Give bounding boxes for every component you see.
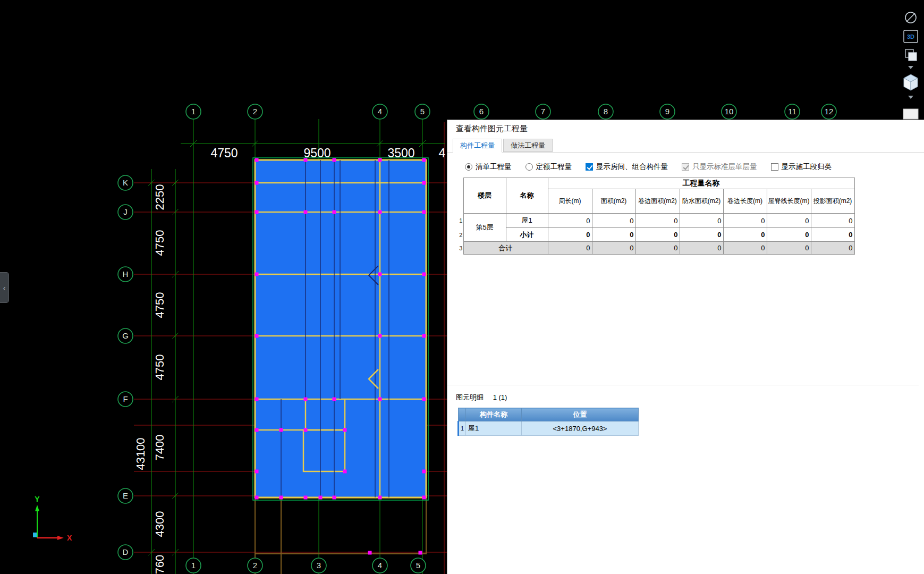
- column-header-floor: 楼层: [463, 178, 506, 214]
- checkbox-standard-layer[interactable]: 只显示标准层单层量: [682, 162, 757, 172]
- column-header-curl-area: 卷边面积(m2): [635, 189, 680, 214]
- detail-cell-position[interactable]: <3+1870,G+943>: [522, 421, 639, 436]
- axis-label: K: [123, 178, 128, 187]
- column-header-name: 名称: [506, 178, 548, 214]
- radio-quota-quantity[interactable]: 定额工程量: [525, 162, 572, 172]
- axis-label: D: [123, 547, 129, 556]
- dimension-label: 9500: [303, 146, 330, 160]
- cell-value[interactable]: 0: [635, 228, 680, 242]
- cell-value[interactable]: 0: [680, 214, 723, 228]
- axis-label: 3: [317, 561, 321, 570]
- table-row: 1 第5层 屋1 0 0 0 0 0 0 0: [459, 214, 854, 228]
- checkbox-construction-section-label: 显示施工段归类: [782, 162, 832, 172]
- radio-list-quantity-label: 清单工程量: [476, 162, 512, 172]
- cell-value[interactable]: 0: [680, 228, 723, 242]
- cell-value[interactable]: 0: [723, 228, 767, 242]
- dimension-label: 7400: [153, 435, 166, 461]
- roof-plan-element[interactable]: [253, 158, 428, 500]
- tab-method-quantity[interactable]: 做法工程量: [503, 139, 553, 152]
- row-number: 2: [459, 228, 463, 242]
- axis-label: 12: [825, 107, 834, 116]
- cell-value[interactable]: 0: [767, 242, 811, 255]
- column-header-area: 面积(m2): [592, 189, 635, 214]
- radio-quota-quantity-label: 定额工程量: [536, 162, 572, 172]
- dimension-label: 4300: [153, 511, 166, 537]
- checkbox-standard-layer-label: 只显示标准层单层量: [692, 162, 757, 172]
- element-detail-caption: 图元明细 1 (1): [456, 393, 507, 402]
- axis-label: 11: [788, 107, 796, 116]
- checkbox-construction-section[interactable]: 显示施工段归类: [771, 162, 832, 172]
- view-3d-label: 3D: [907, 33, 914, 40]
- cell-value[interactable]: 0: [767, 214, 811, 228]
- radio-list-quantity[interactable]: 清单工程量: [465, 162, 512, 172]
- tab-strip: 构件工程量 做法工程量: [447, 137, 924, 153]
- cube-view-icon[interactable]: [904, 74, 918, 90]
- dimension-label: 4750: [210, 146, 238, 160]
- dropdown-arrow-icon[interactable]: [908, 66, 913, 69]
- dimension-label: 760: [153, 555, 166, 574]
- axis-label: 5: [420, 107, 425, 116]
- axis-label: 5: [416, 561, 420, 570]
- axis-label: 1: [191, 107, 196, 116]
- checkbox-show-room[interactable]: 显示房间、组合构件量: [586, 162, 668, 172]
- row-header-corner: [459, 178, 463, 214]
- column-header-waterproof-area: 防水面积(m2): [680, 189, 723, 214]
- cell-floor[interactable]: 第5层: [463, 214, 506, 242]
- dimension-label: 4750: [153, 354, 166, 381]
- view-toolbar: 3D: [903, 12, 918, 119]
- cell-name[interactable]: 小计: [506, 228, 548, 242]
- row-number: 1: [459, 214, 463, 228]
- dropdown-arrow-icon[interactable]: [908, 96, 913, 99]
- quantity-table: 楼层 名称 工程量名称 周长(m) 面积(m2) 卷边面积(m2) 防水面积(m…: [459, 178, 855, 255]
- column-group-header: 工程量名称: [548, 178, 854, 189]
- cell-value[interactable]: 0: [548, 242, 592, 255]
- app-screen: 1 2 4 5 6 7 8 9 10 11 12 1 2 3 4 5 K J H…: [0, 0, 924, 574]
- cell-value[interactable]: 0: [723, 242, 767, 255]
- dimension-label: 2250: [153, 184, 166, 210]
- axis-label: 8: [604, 107, 608, 116]
- detail-row-selected[interactable]: 1 屋1 <3+1870,G+943>: [459, 421, 639, 436]
- cell-value[interactable]: 0: [635, 242, 680, 255]
- dimension-label: 4750: [153, 292, 166, 318]
- axis-label: 6: [479, 107, 484, 116]
- axis-label: 2: [253, 561, 257, 570]
- cell-value[interactable]: 0: [548, 228, 592, 242]
- axis-label: E: [123, 491, 128, 500]
- sidebar-collapse-button[interactable]: ‹: [0, 272, 9, 303]
- view-3d-icon[interactable]: 3D: [904, 30, 918, 43]
- checkbox-show-room-label: 显示房间、组合构件量: [596, 162, 668, 172]
- quantity-dialog: 查看构件图元工程量 构件工程量 做法工程量 清单工程量 定额工程量 显示房间、组…: [447, 120, 924, 574]
- cell-value[interactable]: 0: [592, 228, 635, 242]
- dimension-label: 4750: [153, 230, 166, 256]
- cell-value[interactable]: 0: [811, 214, 854, 228]
- cell-value[interactable]: 0: [548, 214, 592, 228]
- layers-icon[interactable]: [905, 49, 917, 61]
- axis-label: G: [122, 331, 129, 340]
- floating-toolbar-fragment: [903, 109, 918, 119]
- cell-value[interactable]: 0: [723, 214, 767, 228]
- detail-row-number: 1: [459, 421, 466, 436]
- orbit-icon[interactable]: [905, 12, 916, 23]
- cell-value[interactable]: 0: [767, 228, 811, 242]
- cell-value[interactable]: 0: [635, 214, 680, 228]
- axis-label: 4: [378, 107, 382, 116]
- cell-name[interactable]: 屋1: [506, 214, 548, 228]
- detail-cell-component[interactable]: 屋1: [466, 421, 522, 436]
- ucs-origin-icon: Y X: [33, 495, 72, 542]
- cell-total-label[interactable]: 合计: [463, 242, 548, 255]
- cell-value[interactable]: 0: [592, 242, 635, 255]
- x-axis-label: X: [67, 534, 72, 542]
- detail-column-header-position: 位置: [522, 408, 639, 421]
- axis-label: 2: [253, 107, 257, 116]
- axis-label: 1: [191, 561, 196, 570]
- checkbox-checked-disabled-icon: [682, 163, 689, 171]
- element-detail-count: 1 (1): [493, 393, 507, 401]
- cell-value[interactable]: 0: [811, 228, 854, 242]
- column-header-projected-area: 投影面积(m2): [811, 189, 854, 214]
- row-number: 3: [459, 242, 463, 255]
- cell-value[interactable]: 0: [592, 214, 635, 228]
- cell-value[interactable]: 0: [680, 242, 723, 255]
- cell-value[interactable]: 0: [811, 242, 854, 255]
- tab-component-quantity[interactable]: 构件工程量: [453, 139, 502, 153]
- dimension-label: 3500: [387, 146, 414, 160]
